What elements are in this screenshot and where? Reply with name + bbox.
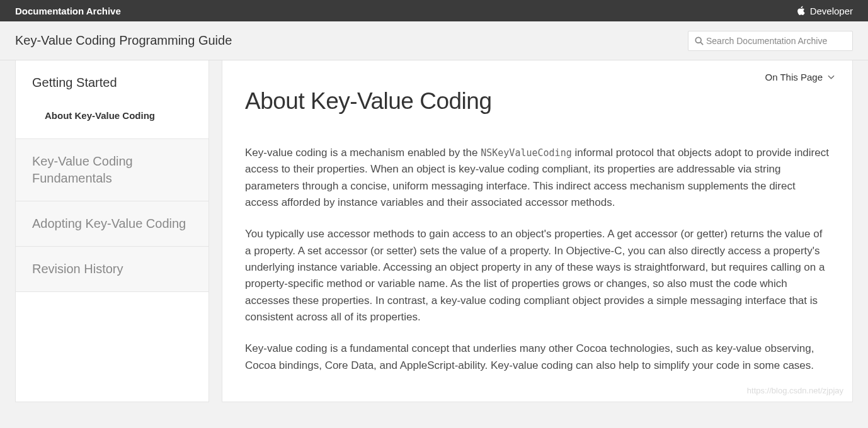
svg-line-1	[700, 42, 703, 45]
paragraph-1: Key-value coding is a mechanism enabled …	[245, 145, 830, 211]
sub-header: Key-Value Coding Programming Guide Searc…	[0, 21, 868, 60]
search-input[interactable]: Search Documentation Archive	[688, 31, 853, 51]
sidebar-section-header: Revision History	[16, 247, 208, 291]
sidebar-section-adopting[interactable]: Adopting Key-Value Coding	[16, 201, 208, 247]
sidebar: Getting Started About Key-Value Coding K…	[15, 60, 209, 402]
sidebar-section-header: Adopting Key-Value Coding	[16, 201, 208, 246]
top-bar: Documentation Archive Developer	[0, 0, 868, 21]
sidebar-section-fundamentals[interactable]: Key-Value Coding Fundamentals	[16, 139, 208, 201]
sidebar-section-header: Key-Value Coding Fundamentals	[16, 139, 208, 201]
on-this-page-toggle[interactable]: On This Page	[765, 72, 835, 82]
sidebar-section-getting-started[interactable]: Getting Started About Key-Value Coding	[16, 60, 208, 139]
paragraph-3: Key-value coding is a fundamental concep…	[245, 341, 830, 374]
developer-label: Developer	[810, 6, 853, 16]
page-title: About Key-Value Coding	[245, 88, 830, 115]
svg-point-0	[695, 37, 701, 43]
apple-logo-icon	[796, 6, 805, 16]
code-nskeyvaluecoding: NSKeyValueCoding	[481, 147, 572, 159]
on-this-page-label: On This Page	[765, 72, 823, 82]
paragraph-2: You typically use accessor methods to ga…	[245, 226, 830, 325]
chevron-down-icon	[828, 75, 835, 79]
doc-archive-link[interactable]: Documentation Archive	[15, 6, 121, 16]
search-icon	[695, 37, 704, 45]
search-placeholder: Search Documentation Archive	[706, 36, 827, 46]
watermark: https://blog.csdn.net/zjpjay	[747, 386, 843, 395]
sidebar-section-header: Getting Started	[16, 60, 208, 101]
sidebar-section-revision[interactable]: Revision History	[16, 247, 208, 292]
sidebar-item-about-kvc[interactable]: About Key-Value Coding	[16, 101, 208, 138]
developer-link[interactable]: Developer	[796, 6, 853, 16]
content-area: Getting Started About Key-Value Coding K…	[0, 60, 868, 402]
guide-title[interactable]: Key-Value Coding Programming Guide	[15, 33, 232, 48]
main-content: On This Page About Key-Value Coding Key-…	[222, 60, 853, 402]
para1-text-a: Key-value coding is a mechanism enabled …	[245, 147, 481, 159]
